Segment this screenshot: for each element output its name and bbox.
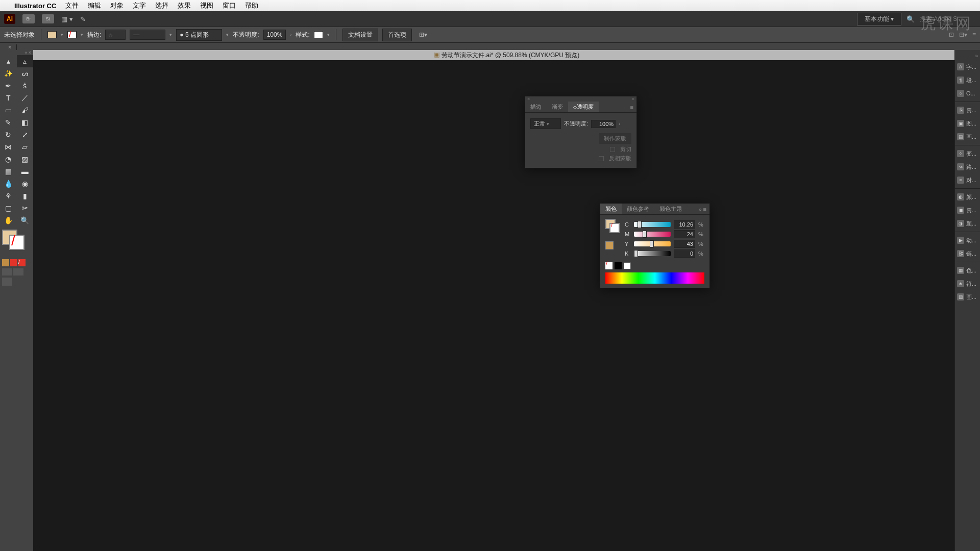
shape-builder-tool[interactable]: ◔: [0, 153, 17, 165]
channel-slider[interactable]: [634, 241, 671, 246]
menu-file[interactable]: 文件: [65, 1, 79, 10]
panel-shortcut-14[interactable]: ▦色...: [955, 264, 980, 277]
blend-tool[interactable]: ◉: [17, 178, 34, 190]
snap-icon[interactable]: ⊡: [949, 31, 954, 38]
magic-wand-tool[interactable]: ✨: [0, 67, 17, 80]
blend-mode-select[interactable]: 正常 ▾: [530, 118, 561, 129]
lasso-tool[interactable]: ᔕ: [17, 67, 34, 80]
column-graph-tool[interactable]: ▮: [17, 190, 34, 202]
invert-mask-checkbox[interactable]: 反相蒙版: [609, 155, 631, 162]
arrange-icon[interactable]: ▦ ▾: [61, 15, 73, 23]
clip-checkbox[interactable]: 剪切: [620, 145, 631, 153]
curvature-tool[interactable]: ṡ: [17, 80, 34, 92]
menu-help[interactable]: 帮助: [245, 1, 258, 10]
search-icon[interactable]: 🔍: [906, 15, 915, 23]
panel-shortcut-11[interactable]: ◑颜...: [955, 217, 980, 230]
channel-value-input[interactable]: [674, 240, 695, 248]
scale-tool[interactable]: ⤢: [17, 129, 34, 141]
color-spectrum[interactable]: [605, 272, 704, 284]
style-swatch[interactable]: [314, 31, 323, 38]
channel-slider[interactable]: [634, 251, 671, 256]
width-tool[interactable]: ⋈: [0, 141, 17, 153]
eyedropper-tool[interactable]: 💧: [0, 178, 17, 190]
tab-transparency[interactable]: ◇ 透明度: [568, 102, 599, 112]
panel-shortcut-3[interactable]: ⎘资...: [955, 104, 980, 117]
eraser-tool[interactable]: ◧: [17, 116, 34, 129]
color-alt-swatch[interactable]: [605, 241, 614, 249]
slice-tool[interactable]: ✂: [17, 202, 34, 214]
menu-effect[interactable]: 效果: [178, 1, 191, 10]
make-mask-button[interactable]: 制作蒙版: [599, 133, 631, 144]
menu-window[interactable]: 窗口: [223, 1, 236, 10]
zoom-tool[interactable]: 🔍: [17, 214, 34, 227]
white-swatch-icon[interactable]: [624, 262, 631, 269]
perspective-tool[interactable]: ▨: [17, 153, 34, 165]
panel-menu-icon[interactable]: ≡: [627, 104, 636, 110]
channel-value-input[interactable]: [674, 220, 695, 229]
free-transform-tool[interactable]: ▱: [17, 141, 34, 153]
channel-value-input[interactable]: [674, 230, 695, 238]
tab-color[interactable]: 颜色: [600, 204, 622, 214]
mesh-tool[interactable]: ▦: [0, 165, 17, 178]
panel-shortcut-8[interactable]: ≡对...: [955, 173, 980, 187]
rotate-tool[interactable]: ↻: [0, 129, 17, 141]
preferences-button[interactable]: 首选项: [382, 29, 412, 41]
line-tool[interactable]: ／: [17, 92, 34, 104]
align-icon[interactable]: ⊞▾: [419, 31, 427, 38]
symbol-sprayer-tool[interactable]: ⚘: [0, 190, 17, 202]
fill-stroke-indicator[interactable]: / /: [0, 227, 33, 289]
panel-opacity-input[interactable]: [591, 120, 616, 128]
stroke-profile[interactable]: —: [130, 30, 165, 40]
none-swatch-icon[interactable]: /: [605, 262, 612, 269]
collapse-icon[interactable]: »: [955, 53, 980, 60]
channel-slider[interactable]: [634, 222, 671, 227]
shaper-tool[interactable]: ✎: [0, 116, 17, 129]
doc-setup-button[interactable]: 文档设置: [342, 29, 378, 41]
panel-menu-icon[interactable]: » ≡: [695, 206, 709, 212]
search-input[interactable]: [920, 15, 976, 22]
document-tab[interactable]: ×: [0, 44, 17, 50]
app-name[interactable]: Illustrator CC: [14, 2, 56, 10]
panel-shortcut-12[interactable]: ▶动...: [955, 234, 980, 247]
gpu-icon[interactable]: ✎: [80, 15, 86, 23]
tab-stroke[interactable]: 描边: [525, 102, 547, 112]
stroke-weight-input[interactable]: ◇: [105, 30, 126, 40]
black-swatch-icon[interactable]: [615, 262, 622, 269]
bridge-icon[interactable]: Br: [22, 14, 35, 23]
panel-shortcut-5[interactable]: ▤画...: [955, 130, 980, 143]
hand-tool[interactable]: ✋: [0, 214, 17, 227]
rectangle-tool[interactable]: ▭: [0, 104, 17, 116]
menu-type[interactable]: 文字: [133, 1, 146, 10]
panel-shortcut-9[interactable]: ◐颜...: [955, 190, 980, 204]
selection-tool[interactable]: ▴: [0, 55, 17, 67]
tab-color-themes[interactable]: 颜色主题: [654, 204, 687, 214]
tab-color-guide[interactable]: 颜色参考: [622, 204, 654, 214]
fill-swatch[interactable]: [47, 31, 57, 38]
transform-icon[interactable]: ⊟▾: [959, 31, 967, 38]
color-stroke-indicator[interactable]: /: [609, 223, 620, 233]
workspace-switcher[interactable]: 基本功能 ▾: [857, 13, 901, 26]
menu-object[interactable]: 对象: [110, 1, 124, 10]
artboard-tool[interactable]: ▢: [0, 202, 17, 214]
panel-shortcut-15[interactable]: ♣符...: [955, 277, 980, 290]
panel-shortcut-16[interactable]: ▧画...: [955, 290, 980, 304]
panel-shortcut-7[interactable]: ↝路...: [955, 160, 980, 173]
menu-edit[interactable]: 编辑: [88, 1, 101, 10]
panel-shortcut-2[interactable]: ○O...: [955, 87, 980, 100]
pen-tool[interactable]: ✒: [0, 80, 17, 92]
stroke-swatch[interactable]: /: [67, 31, 77, 38]
gradient-tool[interactable]: ▬: [17, 165, 34, 178]
panel-shortcut-0[interactable]: A字...: [955, 60, 980, 73]
channel-value-input[interactable]: [674, 249, 695, 258]
tab-gradient[interactable]: 渐变: [547, 102, 568, 112]
opacity-input[interactable]: 100%: [263, 30, 286, 40]
panel-shortcut-6[interactable]: ✧变...: [955, 147, 980, 160]
panel-shortcut-10[interactable]: ◼资...: [955, 204, 980, 217]
panel-shortcut-1[interactable]: ¶段...: [955, 73, 980, 87]
menu-select[interactable]: 选择: [155, 1, 168, 10]
panel-shortcut-13[interactable]: ⛓链...: [955, 247, 980, 260]
stock-icon[interactable]: St: [42, 14, 54, 23]
direct-selection-tool[interactable]: ▵: [17, 55, 34, 67]
menu-view[interactable]: 视图: [200, 1, 213, 10]
paintbrush-tool[interactable]: 🖌: [17, 104, 34, 116]
